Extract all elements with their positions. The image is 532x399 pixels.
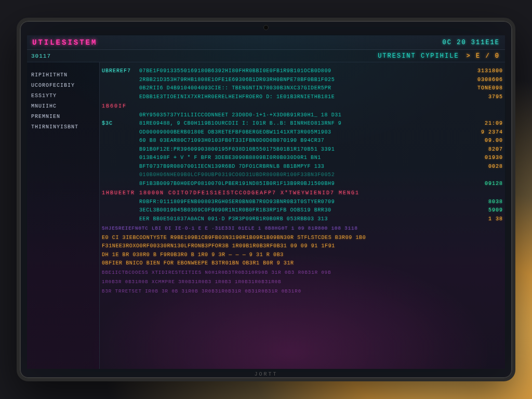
- hex-data: BFT0737B9R0807001IECN139R6BD 7DFO1CRBRNL…: [139, 163, 453, 171]
- row-value: 01930: [453, 154, 503, 162]
- hex-row: 013B4198F + V * F BFR 3DEBE3090B8809BI0R…: [102, 154, 503, 162]
- hex-row: B91B0F12E:PR39609903800195F038D10B550175…: [102, 145, 503, 154]
- row-value: 5909: [453, 206, 503, 215]
- status-group: UTRESINT CYPIHILE > E / 0: [378, 52, 500, 60]
- hex-data: 0B2RII6 D4B9104004093CIE:: TBENGNTIN7803…: [139, 84, 453, 92]
- row-value: 21:09: [453, 119, 503, 128]
- sub-prompt: 30117: [31, 53, 51, 59]
- hex-data: 013B4198F + V * F BFR 3DEBE3090B8809BI0R…: [139, 154, 453, 162]
- bar-strip: SHJESREIEFN0TC LBI DI IE·O·1 E E ·31E33I…: [102, 225, 503, 233]
- hex-row: $3C81RE09488, 9 CB0H119B1OURCDII I: I01R…: [102, 119, 503, 128]
- hex-data: R0BFR:0111809FENB00803RGH0SER0BN0B7R0D93…: [139, 198, 453, 206]
- sidebar: RIPIHITHTN UCOROFECIBIY ESS1YTY MNUIIHC …: [27, 62, 100, 369]
- title-bar: UTILESISTEM 0C 20 311E1E: [27, 35, 505, 50]
- row-value: 09.00: [453, 137, 503, 145]
- row-label: $3C: [102, 119, 139, 128]
- row-value: 0028: [453, 163, 503, 171]
- row-value: 1 38: [453, 215, 503, 223]
- hex-row: UBREREF707BE1F09133550169180B6392HI80FHR…: [102, 67, 503, 75]
- section-label: 1HBUEETR 18000N COITO7DFE1S1EISTCCODGEAF…: [102, 189, 503, 197]
- hex-data: 8F1B3B0097B0H0EOP0810070LPBER191ND85IB0R…: [139, 180, 453, 188]
- glitch-line: B3R TRRETSET IR0B 3R 0B 31R0B 3R0B31R0B3…: [102, 288, 503, 296]
- row-value: 0308606: [453, 76, 503, 84]
- row-value: 8038: [453, 198, 503, 206]
- hex-row: 0RY95035737YI1LIICCODNNEET 23D0D0·1+1·+X…: [102, 111, 503, 119]
- hex-row: 2RBB21D353H79RHB1808E1OFE1E69306B1DR03RH…: [102, 76, 503, 84]
- row-value: TONE098: [453, 84, 503, 92]
- hex-row: 60 B8 03EAR80C71093H0103FB0T33IFBN0D0D0B…: [102, 137, 503, 145]
- sidebar-item[interactable]: MNUIIHC: [31, 103, 95, 109]
- row-value: 8207: [453, 145, 503, 154]
- hex-data: B91B0F12E:PR39609903800195F038D10B550175…: [139, 145, 453, 154]
- hex-row: E0 CI 3IEBCODNTYSTE R9BE109B1CB9FB03N319…: [102, 234, 503, 242]
- sidebar-item[interactable]: PREMNIEN: [31, 114, 95, 119]
- hex-row: 8F1B3B0097B0H0EOP0810070LPBER191ND85IB0R…: [102, 180, 503, 188]
- hex-row: EER BB0E501837A0ACN 091·D P3R3P09RB1R0B0…: [102, 215, 503, 223]
- row-value: 3795: [453, 93, 503, 101]
- glitch-line: 1R0B3R 0B31R0B XCMMPRE 3R0B31R0B3 1R0B3 …: [102, 279, 503, 286]
- hex-row: 0BFIER BNICO BIEN FOR EBONWEEPE B3TR01BN…: [102, 259, 503, 268]
- camera-dot: [263, 25, 269, 30]
- hex-data: 81RE09488, 9 CB0H119B1OURCDII I: I01R B.…: [139, 119, 453, 128]
- hex-data: OD00009000BERB0180E OB3RETEFBF0BERGEOBW1…: [139, 128, 453, 137]
- section-label: 1B60IF: [102, 102, 503, 111]
- hex-row: R0BFR:0111809FENB00803RGH0SER0BN0B7R0D93…: [102, 198, 503, 206]
- app-title: UTILESISTEM: [32, 38, 97, 47]
- status-cursor: > E / 0: [467, 52, 500, 60]
- sidebar-item[interactable]: RIPIHITHTN: [31, 72, 95, 78]
- row-value: 3131800: [453, 67, 503, 75]
- row-value: 09128: [453, 180, 503, 188]
- hex-data: 07BE1F09133550169180B6392HI80FHR0BBI0E0F…: [139, 67, 453, 75]
- hex-row: 3ECL3B0019045B0309C0F9090R1N1R0B0FR1B3RP…: [102, 206, 503, 215]
- hex-row: EDBB1E3TIOEINIX7XRIHR0ERELHEIHFROERO D: …: [102, 93, 503, 101]
- row-label: UBREREF7: [102, 67, 139, 75]
- glitch-line: BBE1ICTBCOOESS XTIDIRESTEITIES N0H1R0B3T…: [102, 270, 503, 277]
- hex-data: 2RBB21D353H79RHB1808E1OFE1E69306B1DR03RH…: [139, 76, 453, 84]
- hex-data: F31NEE3ROXO0RF00330RN130LFRONB3PFOR3B 1R…: [102, 242, 503, 250]
- laptop-frame: UTILESISTEM 0C 20 311E1E 30117 UTRESINT …: [17, 18, 515, 381]
- screen: UTILESISTEM 0C 20 311E1E 30117 UTRESINT …: [27, 35, 505, 369]
- hex-row: F31NEE3ROXO0RF00330RN130LFRONB3PFOR3B 1R…: [102, 242, 503, 250]
- hex-data: 0BFIER BNICO BIEN FOR EBONWEEPE B3TR01BN…: [102, 259, 503, 268]
- main-panel: UBREREF707BE1F09133550169180B6392HI80FHR…: [100, 62, 505, 369]
- hex-data: E0 CI 3IEBCODNTYSTE R9BE109B1CB9FB03N319…: [102, 234, 503, 242]
- hex-row: BFT0737B9R0807001IECN139R6BD 7DFO1CRBRNL…: [102, 163, 503, 171]
- hex-data: 010B0H06NHE09B0LCF90UBP0319CO0D31UBDR800…: [139, 171, 453, 179]
- hex-row: 010B0H06NHE09B0LCF90UBP0319CO0D31UBDR800…: [102, 171, 503, 179]
- hex-row: 0B2RII6 D4B9104004093CIE:: TBENGNTIN7803…: [102, 84, 503, 92]
- title-right-code: 0C 20 311E1E: [443, 39, 500, 46]
- hex-row: DH 1E BR 038R0 B F9R0B3R0 B 1R0 9 3R — —…: [102, 251, 503, 259]
- hex-data: 3ECL3B0019045B0309C0F9090R1N1R0B0FR1B3RP…: [139, 206, 453, 215]
- sidebar-item[interactable]: UCOROFECIBIY: [31, 83, 95, 88]
- hex-data: 60 B8 03EAR80C71093H0103FB0T33IFBN0D0D0B…: [139, 137, 453, 145]
- hex-row: OD00009000BERB0180E OB3RETEFBF0BERGEOBW1…: [102, 128, 503, 137]
- hex-data: DH 1E BR 038R0 B F9R0B3R0 B 1R0 9 3R — —…: [102, 251, 503, 259]
- sidebar-item[interactable]: THIRNINYISBNT: [31, 124, 95, 130]
- status-text: UTRESINT CYPIHILE: [378, 52, 459, 60]
- hex-data: EDBB1E3TIOEINIX7XRIHR0ERELHEIHFROERO D: …: [139, 93, 453, 101]
- laptop-brand: JORTT: [254, 371, 277, 377]
- sidebar-item[interactable]: ESS1YTY: [31, 93, 95, 99]
- hex-data: 0RY95035737YI1LIICCODNNEET 23D0D0·1+1·+X…: [139, 111, 453, 119]
- body: RIPIHITHTN UCOROFECIBIY ESS1YTY MNUIIHC …: [27, 62, 505, 369]
- hex-data: EER BB0E501837A0ACN 091·D P3R3P09RB1R0B0…: [139, 215, 453, 223]
- row-value: 9 2374: [453, 128, 503, 137]
- sub-bar: 30117 UTRESINT CYPIHILE > E / 0: [27, 50, 505, 62]
